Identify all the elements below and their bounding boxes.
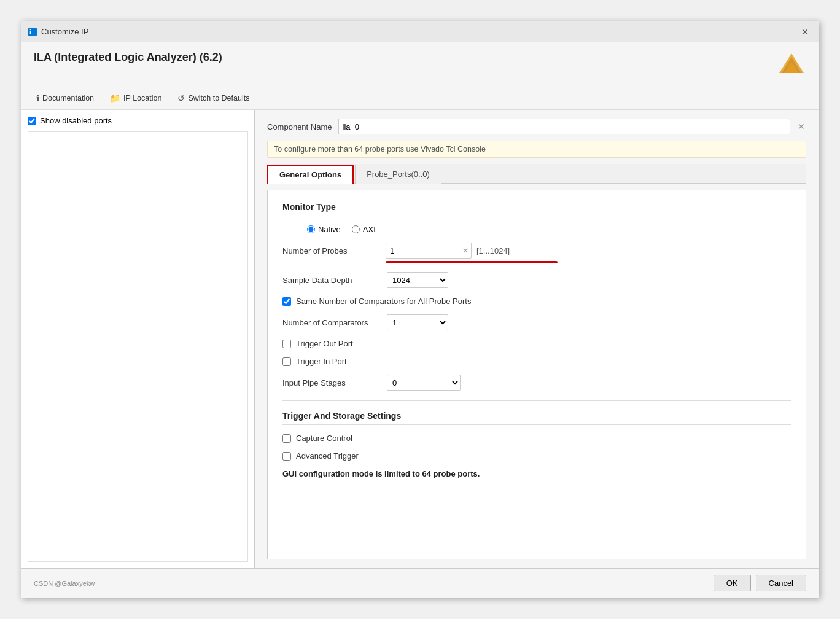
axi-radio-option: AXI bbox=[352, 225, 376, 234]
dialog-title: ILA (Integrated Logic Analyzer) (6.2) bbox=[34, 51, 222, 64]
sample-depth-select[interactable]: 1024 2048 4096 8192 16384 32768 65536 13… bbox=[387, 272, 448, 288]
trigger-out-label: Trigger Out Port bbox=[296, 339, 353, 348]
same-comparators-checkbox[interactable] bbox=[282, 297, 291, 306]
main-content: Show disabled ports Component Name ✕ To … bbox=[21, 110, 819, 568]
left-panel: Show disabled ports bbox=[21, 110, 255, 568]
advanced-trigger-label: Advanced Trigger bbox=[296, 451, 359, 461]
trigger-in-row: Trigger In Port bbox=[282, 357, 791, 366]
title-bar: i Customize IP ✕ bbox=[21, 21, 819, 42]
num-probes-range: [1...1024] bbox=[476, 246, 510, 255]
svg-text:i: i bbox=[29, 29, 31, 36]
close-button[interactable]: ✕ bbox=[798, 26, 812, 38]
input-pipe-row: Input Pipe Stages 0 1 2 3 4 5 6 bbox=[282, 375, 791, 391]
toolbar: ℹ Documentation 📁 IP Location ↺ Switch t… bbox=[21, 87, 819, 110]
num-comparators-select[interactable]: 1 2 3 4 bbox=[387, 314, 448, 330]
capture-control-label: Capture Control bbox=[296, 434, 352, 443]
app-icon: i bbox=[28, 27, 37, 37]
switch-defaults-label: Switch to Defaults bbox=[188, 94, 249, 103]
documentation-button[interactable]: ℹ Documentation bbox=[34, 92, 96, 104]
component-name-clear-button[interactable]: ✕ bbox=[796, 120, 806, 133]
capture-control-row: Capture Control bbox=[282, 434, 791, 443]
dialog-header: ILA (Integrated Logic Analyzer) (6.2) bbox=[21, 42, 819, 87]
same-comparators-label: Same Number of Comparators for All Probe… bbox=[296, 297, 471, 306]
show-disabled-checkbox[interactable] bbox=[28, 117, 36, 125]
ip-location-button[interactable]: 📁 IP Location bbox=[107, 92, 164, 104]
capture-control-checkbox[interactable] bbox=[282, 434, 291, 443]
native-radio-option: Native bbox=[307, 225, 341, 234]
num-probes-slider[interactable] bbox=[386, 261, 558, 263]
info-icon: ℹ bbox=[36, 93, 39, 103]
refresh-icon: ↺ bbox=[177, 93, 185, 103]
window-title: Customize IP bbox=[41, 27, 88, 36]
trigger-in-label: Trigger In Port bbox=[296, 357, 347, 366]
show-disabled-label: Show disabled ports bbox=[40, 116, 112, 125]
num-comparators-label: Number of Comparators bbox=[282, 318, 381, 327]
watermark: CSDN @Galaxyekw bbox=[34, 580, 95, 587]
same-comparators-row: Same Number of Comparators for All Probe… bbox=[282, 297, 791, 306]
component-name-input[interactable] bbox=[338, 119, 791, 134]
num-probes-row: Number of Probes ✕ [1...1024] bbox=[282, 243, 791, 259]
num-probes-input[interactable] bbox=[386, 243, 460, 258]
axi-label: AXI bbox=[363, 225, 376, 234]
component-name-row: Component Name ✕ bbox=[267, 119, 806, 134]
tab-general-options[interactable]: General Options bbox=[267, 165, 354, 184]
cancel-button[interactable]: Cancel bbox=[756, 575, 806, 591]
location-icon: 📁 bbox=[110, 93, 120, 103]
sample-depth-label: Sample Data Depth bbox=[282, 276, 381, 285]
monitor-type-radio-group: Native AXI bbox=[307, 225, 791, 234]
dialog-footer: CSDN @Galaxyekw OK Cancel bbox=[21, 568, 819, 598]
num-probes-input-wrap: ✕ bbox=[386, 243, 472, 259]
title-bar-left: i Customize IP bbox=[28, 27, 88, 37]
num-probes-label: Number of Probes bbox=[282, 246, 381, 255]
tab-content-general: Monitor Type Native AXI Number of Probes bbox=[267, 190, 806, 559]
trigger-in-checkbox[interactable] bbox=[282, 357, 291, 366]
advanced-trigger-row: Advanced Trigger bbox=[282, 451, 791, 461]
input-pipe-select[interactable]: 0 1 2 3 4 5 6 bbox=[387, 375, 461, 391]
native-radio[interactable] bbox=[307, 225, 315, 233]
ok-button[interactable]: OK bbox=[714, 575, 751, 591]
show-disabled-row: Show disabled ports bbox=[28, 116, 248, 125]
trigger-storage-title: Trigger And Storage Settings bbox=[282, 411, 791, 425]
component-canvas bbox=[28, 131, 248, 562]
info-bar: To configure more than 64 probe ports us… bbox=[267, 141, 806, 158]
customize-ip-dialog: i Customize IP ✕ ILA (Integrated Logic A… bbox=[21, 21, 819, 598]
num-probes-clear-button[interactable]: ✕ bbox=[460, 245, 471, 256]
info-message: To configure more than 64 probe ports us… bbox=[274, 145, 486, 154]
tab-probe-ports[interactable]: Probe_Ports(0..0) bbox=[355, 165, 441, 184]
trigger-out-checkbox[interactable] bbox=[282, 340, 291, 348]
monitor-type-section-title: Monitor Type bbox=[282, 202, 791, 216]
num-comparators-row: Number of Comparators 1 2 3 4 bbox=[282, 314, 791, 330]
xilinx-logo bbox=[777, 51, 806, 80]
section-divider bbox=[282, 400, 791, 401]
advanced-trigger-checkbox[interactable] bbox=[282, 452, 291, 461]
right-panel: Component Name ✕ To configure more than … bbox=[255, 110, 819, 568]
trigger-out-row: Trigger Out Port bbox=[282, 339, 791, 348]
tabs-container: General Options Probe_Ports(0..0) bbox=[267, 164, 806, 184]
ip-location-label: IP Location bbox=[123, 94, 161, 103]
sample-depth-row: Sample Data Depth 1024 2048 4096 8192 16… bbox=[282, 272, 791, 288]
component-name-label: Component Name bbox=[267, 122, 332, 131]
switch-defaults-button[interactable]: ↺ Switch to Defaults bbox=[175, 92, 252, 104]
native-label: Native bbox=[318, 225, 341, 234]
axi-radio[interactable] bbox=[352, 225, 360, 233]
gui-note: GUI configuration mode is limited to 64 … bbox=[282, 469, 791, 478]
input-pipe-label: Input Pipe Stages bbox=[282, 378, 381, 387]
documentation-label: Documentation bbox=[42, 94, 94, 103]
